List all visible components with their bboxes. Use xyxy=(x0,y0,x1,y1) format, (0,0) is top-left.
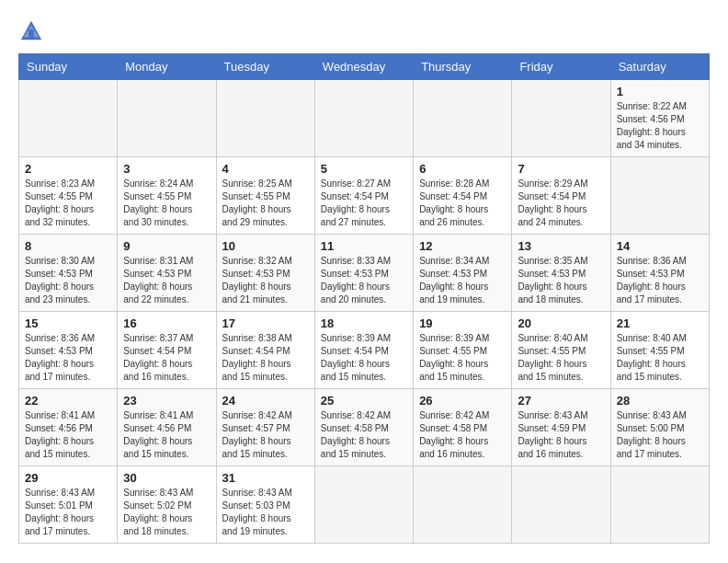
calendar-day-24: 24 Sunrise: 8:42 AMSunset: 4:57 PMDaylig… xyxy=(216,389,314,466)
day-info: Sunrise: 8:43 AMSunset: 5:02 PMDaylight:… xyxy=(123,487,210,538)
day-number: 5 xyxy=(321,162,407,176)
calendar-day-1: 1 Sunrise: 8:22 AMSunset: 4:56 PMDayligh… xyxy=(610,80,709,157)
day-info: Sunrise: 8:41 AMSunset: 4:56 PMDaylight:… xyxy=(123,409,210,461)
calendar-day-7: 7 Sunrise: 8:29 AMSunset: 4:54 PMDayligh… xyxy=(512,157,610,235)
empty-cell xyxy=(314,80,413,157)
day-number: 29 xyxy=(25,471,111,485)
day-number: 27 xyxy=(518,394,604,408)
calendar-table: SundayMondayTuesdayWednesdayThursdayFrid… xyxy=(18,53,710,544)
calendar-day-3: 3 Sunrise: 8:24 AMSunset: 4:55 PMDayligh… xyxy=(118,157,216,235)
calendar-day-8: 8 Sunrise: 8:30 AMSunset: 4:53 PMDayligh… xyxy=(19,235,118,312)
day-number: 13 xyxy=(518,239,604,253)
day-number: 21 xyxy=(617,316,703,330)
day-info: Sunrise: 8:28 AMSunset: 4:54 PMDaylight:… xyxy=(419,178,506,229)
calendar-day-15: 15 Sunrise: 8:36 AMSunset: 4:53 PMDaylig… xyxy=(19,312,118,389)
calendar-day-23: 23 Sunrise: 8:41 AMSunset: 4:56 PMDaylig… xyxy=(118,389,216,466)
day-number: 12 xyxy=(419,239,506,253)
logo-icon xyxy=(18,18,44,44)
day-info: Sunrise: 8:34 AMSunset: 4:53 PMDaylight:… xyxy=(419,255,506,306)
calendar-day-13: 13 Sunrise: 8:35 AMSunset: 4:53 PMDaylig… xyxy=(512,235,610,312)
calendar-day-21: 21 Sunrise: 8:40 AMSunset: 4:55 PMDaylig… xyxy=(610,312,709,389)
day-number: 7 xyxy=(518,162,604,176)
calendar-day-26: 26 Sunrise: 8:42 AMSunset: 4:58 PMDaylig… xyxy=(414,389,512,466)
calendar-day-17: 17 Sunrise: 8:38 AMSunset: 4:54 PMDaylig… xyxy=(216,312,314,389)
day-info: Sunrise: 8:37 AMSunset: 4:54 PMDaylight:… xyxy=(123,332,210,384)
calendar-week-row: 8 Sunrise: 8:30 AMSunset: 4:53 PMDayligh… xyxy=(19,235,710,312)
day-info: Sunrise: 8:42 AMSunset: 4:58 PMDaylight:… xyxy=(419,409,506,461)
day-info: Sunrise: 8:22 AMSunset: 4:56 PMDaylight:… xyxy=(617,100,703,152)
calendar-day-20: 20 Sunrise: 8:40 AMSunset: 4:55 PMDaylig… xyxy=(512,312,610,389)
calendar-week-row: 15 Sunrise: 8:36 AMSunset: 4:53 PMDaylig… xyxy=(19,312,710,389)
day-info: Sunrise: 8:43 AMSunset: 5:03 PMDaylight:… xyxy=(222,487,309,538)
weekday-header-monday: Monday xyxy=(118,54,216,80)
calendar-day-28: 28 Sunrise: 8:43 AMSunset: 5:00 PMDaylig… xyxy=(610,389,709,466)
day-number: 30 xyxy=(123,471,210,485)
day-number: 17 xyxy=(222,316,309,330)
empty-cell xyxy=(414,466,512,544)
day-info: Sunrise: 8:40 AMSunset: 4:55 PMDaylight:… xyxy=(617,332,703,384)
empty-cell xyxy=(414,80,512,157)
calendar-day-14: 14 Sunrise: 8:36 AMSunset: 4:53 PMDaylig… xyxy=(610,235,709,312)
svg-rect-2 xyxy=(28,29,34,38)
day-info: Sunrise: 8:24 AMSunset: 4:55 PMDaylight:… xyxy=(123,178,210,229)
day-number: 18 xyxy=(321,316,407,330)
day-number: 16 xyxy=(123,316,210,330)
weekday-header-sunday: Sunday xyxy=(19,54,118,80)
calendar-day-5: 5 Sunrise: 8:27 AMSunset: 4:54 PMDayligh… xyxy=(314,157,413,235)
day-number: 24 xyxy=(222,394,309,408)
calendar-week-row: 22 Sunrise: 8:41 AMSunset: 4:56 PMDaylig… xyxy=(19,389,710,466)
calendar-week-row: 1 Sunrise: 8:22 AMSunset: 4:56 PMDayligh… xyxy=(19,80,710,157)
day-number: 23 xyxy=(123,394,210,408)
calendar-day-19: 19 Sunrise: 8:39 AMSunset: 4:55 PMDaylig… xyxy=(414,312,512,389)
empty-cell xyxy=(19,80,118,157)
header xyxy=(18,18,710,44)
weekday-header-tuesday: Tuesday xyxy=(216,54,314,80)
day-info: Sunrise: 8:43 AMSunset: 4:59 PMDaylight:… xyxy=(518,409,604,461)
day-info: Sunrise: 8:42 AMSunset: 4:58 PMDaylight:… xyxy=(321,409,407,461)
day-number: 10 xyxy=(222,239,309,253)
day-number: 8 xyxy=(25,239,111,253)
day-number: 25 xyxy=(321,394,407,408)
day-info: Sunrise: 8:23 AMSunset: 4:55 PMDaylight:… xyxy=(25,178,111,229)
calendar-day-18: 18 Sunrise: 8:39 AMSunset: 4:54 PMDaylig… xyxy=(314,312,413,389)
day-info: Sunrise: 8:43 AMSunset: 5:00 PMDaylight:… xyxy=(617,409,703,461)
calendar-day-30: 30 Sunrise: 8:43 AMSunset: 5:02 PMDaylig… xyxy=(118,466,216,544)
day-number: 20 xyxy=(518,316,604,330)
day-number: 31 xyxy=(222,471,309,485)
calendar-day-6: 6 Sunrise: 8:28 AMSunset: 4:54 PMDayligh… xyxy=(414,157,512,235)
day-info: Sunrise: 8:35 AMSunset: 4:53 PMDaylight:… xyxy=(518,255,604,306)
empty-cell xyxy=(512,80,610,157)
calendar-day-27: 27 Sunrise: 8:43 AMSunset: 4:59 PMDaylig… xyxy=(512,389,610,466)
day-info: Sunrise: 8:39 AMSunset: 4:54 PMDaylight:… xyxy=(321,332,407,384)
empty-cell xyxy=(118,80,216,157)
weekday-header-thursday: Thursday xyxy=(414,54,512,80)
day-info: Sunrise: 8:41 AMSunset: 4:56 PMDaylight:… xyxy=(25,409,111,461)
day-number: 11 xyxy=(321,239,407,253)
weekday-header-wednesday: Wednesday xyxy=(314,54,413,80)
calendar-day-11: 11 Sunrise: 8:33 AMSunset: 4:53 PMDaylig… xyxy=(314,235,413,312)
day-number: 22 xyxy=(25,394,111,408)
calendar-day-31: 31 Sunrise: 8:43 AMSunset: 5:03 PMDaylig… xyxy=(216,466,314,544)
weekday-header-friday: Friday xyxy=(512,54,610,80)
empty-cell xyxy=(610,157,709,235)
day-info: Sunrise: 8:25 AMSunset: 4:55 PMDaylight:… xyxy=(222,178,309,229)
day-number: 19 xyxy=(419,316,506,330)
empty-cell xyxy=(314,466,413,544)
day-info: Sunrise: 8:38 AMSunset: 4:54 PMDaylight:… xyxy=(222,332,309,384)
empty-cell xyxy=(512,466,610,544)
day-info: Sunrise: 8:36 AMSunset: 4:53 PMDaylight:… xyxy=(617,255,703,306)
day-number: 6 xyxy=(419,162,506,176)
calendar-day-9: 9 Sunrise: 8:31 AMSunset: 4:53 PMDayligh… xyxy=(118,235,216,312)
day-number: 2 xyxy=(25,162,111,176)
day-info: Sunrise: 8:40 AMSunset: 4:55 PMDaylight:… xyxy=(518,332,604,384)
day-number: 9 xyxy=(123,239,210,253)
day-number: 3 xyxy=(123,162,210,176)
day-number: 15 xyxy=(25,316,111,330)
calendar-day-22: 22 Sunrise: 8:41 AMSunset: 4:56 PMDaylig… xyxy=(19,389,118,466)
weekday-header-saturday: Saturday xyxy=(610,54,709,80)
calendar-week-row: 2 Sunrise: 8:23 AMSunset: 4:55 PMDayligh… xyxy=(19,157,710,235)
day-info: Sunrise: 8:33 AMSunset: 4:53 PMDaylight:… xyxy=(321,255,407,306)
logo xyxy=(18,18,48,44)
calendar-day-10: 10 Sunrise: 8:32 AMSunset: 4:53 PMDaylig… xyxy=(216,235,314,312)
day-number: 14 xyxy=(617,239,703,253)
